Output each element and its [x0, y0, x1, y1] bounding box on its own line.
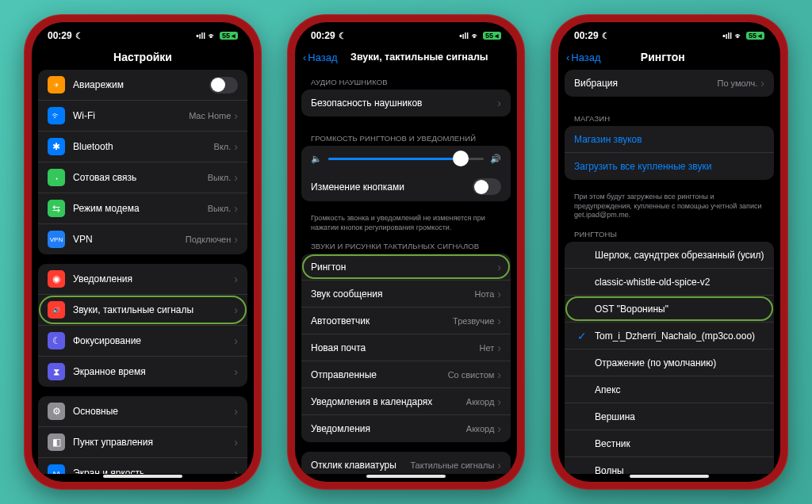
row-label: Звук сообщения — [311, 288, 474, 300]
status-time: 00:29 — [48, 30, 72, 41]
row-label: Рингтон — [311, 262, 497, 273]
settings-row[interactable]: ✈︎Авиарежим — [38, 70, 247, 101]
row-value: По умолч. — [717, 78, 757, 88]
chevron-right-icon: › — [234, 365, 238, 378]
row-value: Выкл. — [208, 173, 232, 182]
settings-row[interactable]: Рингтон› — [301, 254, 511, 281]
settings-row[interactable]: Изменение кнопками — [301, 172, 511, 201]
row-icon: ☾ — [48, 332, 65, 349]
row-value: Mac Home — [189, 111, 231, 120]
settings-row[interactable]: ⧗Экранное время› — [38, 357, 247, 387]
chevron-right-icon: › — [234, 405, 238, 418]
chevron-right-icon: › — [234, 202, 238, 215]
chevron-right-icon: › — [234, 467, 238, 474]
ringtone-row[interactable]: Шерлок, саундтрек обрезанный (усил) — [565, 242, 774, 269]
chevron-right-icon: › — [497, 288, 501, 300]
row-value: Вкл. — [214, 142, 232, 151]
row-icon: ⚙ — [48, 403, 65, 420]
ringtone-row[interactable]: Волны — [565, 457, 774, 474]
wifi-icon: ᯤ — [735, 32, 743, 40]
row-label: Звуки, тактильные сигналы — [73, 304, 234, 315]
row-label: Bluetooth — [73, 141, 214, 152]
wifi-icon: ᯤ — [472, 32, 480, 40]
row-label: Пункт управления — [73, 437, 234, 448]
link-label: Магазин звуков — [574, 134, 764, 145]
row-label: Экранное время — [73, 366, 234, 377]
toggle[interactable] — [209, 77, 238, 94]
volume-slider[interactable]: 🔈🔊 — [301, 146, 511, 172]
settings-row[interactable]: Уведомления в календаряхАккорд› — [301, 388, 511, 415]
row-label: Отправленные — [311, 369, 448, 380]
row-icon: ⇆ — [48, 200, 65, 217]
settings-row[interactable]: ВибрацияПо умолч.› — [565, 70, 774, 97]
page-title: Звуки, тактильные сигналы — [330, 52, 509, 63]
chevron-right-icon: › — [234, 109, 238, 122]
settings-row[interactable]: ◉Уведомления› — [38, 264, 247, 295]
row-label: Автоответчик — [311, 315, 453, 326]
row-value: Аккорд — [466, 424, 495, 433]
row-label: Сотовая связь — [73, 172, 208, 183]
row-value: Выкл. — [208, 204, 232, 213]
status-time: 00:29 — [311, 30, 335, 41]
row-value: Тактильные сигналы — [410, 460, 494, 470]
row-label: Уведомления — [311, 423, 466, 434]
settings-row[interactable]: ОтправленныеСо свистом› — [301, 361, 511, 388]
row-label: Безопасность наушников — [311, 97, 497, 109]
settings-row[interactable]: АвтоответчикТрезвучие› — [301, 307, 511, 334]
settings-row[interactable]: ☾Фокусирование› — [38, 326, 247, 357]
ringtone-row[interactable]: classic-whistle-old-spice-v2 — [565, 269, 774, 296]
toggle[interactable] — [473, 178, 501, 195]
row-icon: AA — [48, 464, 65, 474]
settings-row[interactable]: ᯤWi-FiMac Home› — [38, 101, 247, 132]
settings-row[interactable]: 🔊Звуки, тактильные сигналы› — [38, 295, 247, 326]
home-indicator[interactable] — [630, 475, 709, 478]
settings-row[interactable]: ⚙Основные› — [38, 396, 247, 427]
home-indicator[interactable] — [103, 475, 182, 478]
row-icon: VPN — [48, 231, 65, 248]
settings-row[interactable]: УведомленияАккорд› — [301, 415, 511, 442]
row-label: Вестник — [595, 438, 764, 449]
battery-icon: 55◂ — [220, 32, 238, 40]
settings-row[interactable]: AAЭкран и яркость› — [38, 458, 247, 474]
home-indicator[interactable] — [366, 475, 446, 478]
dnd-icon: ☾ — [339, 31, 347, 41]
settings-row[interactable]: ⬪Сотовая связьВыкл.› — [38, 162, 247, 193]
ringtone-row[interactable]: Вершина — [565, 403, 774, 430]
signal-icon: •ıll — [459, 32, 469, 40]
settings-row[interactable]: ⇆Режим модемаВыкл.› — [38, 193, 247, 224]
row-label: Волны — [595, 465, 764, 474]
settings-row[interactable]: Звук сообщенияНота› — [301, 281, 511, 307]
settings-row[interactable]: Отклик клавиатурыТактильные сигналы› — [301, 452, 511, 474]
ringtone-row[interactable]: Апекс — [565, 376, 774, 403]
chevron-right-icon: › — [760, 77, 764, 90]
settings-row[interactable]: ◧Пункт управления› — [38, 427, 247, 458]
chevron-right-icon: › — [497, 342, 501, 354]
store-link[interactable]: Загрузить все купленные звуки — [565, 153, 774, 180]
settings-row[interactable]: Новая почтаНет› — [301, 334, 511, 361]
settings-row[interactable]: VPNVPNПодключен› — [38, 224, 247, 254]
row-label: OST "Воронины" — [595, 304, 764, 315]
row-icon: ◧ — [48, 433, 65, 451]
ringtone-row[interactable]: OST "Воронины" — [565, 296, 774, 323]
row-icon: ✈︎ — [48, 76, 65, 94]
volume-low-icon: 🔈 — [311, 154, 322, 164]
chevron-right-icon: › — [497, 368, 501, 381]
ringtone-row[interactable]: Вестник — [565, 430, 774, 457]
row-label: Основные — [73, 406, 234, 417]
row-label: Экран и яркость — [73, 468, 234, 474]
link-label: Загрузить все купленные звуки — [574, 161, 764, 172]
row-value: Трезвучие — [453, 316, 494, 326]
signal-icon: •ıll — [196, 32, 205, 40]
chevron-right-icon: › — [497, 315, 501, 327]
battery-icon: 55◂ — [483, 32, 501, 40]
settings-row[interactable]: Безопасность наушников› — [301, 90, 511, 116]
settings-row[interactable]: ✱BluetoothВкл.› — [38, 132, 247, 162]
ringtone-row[interactable]: Отражение (по умолчанию) — [565, 349, 774, 376]
section-header: РИНГТОНЫ — [565, 222, 774, 242]
row-label: Новая почта — [311, 342, 480, 353]
row-label: Вибрация — [574, 78, 717, 89]
store-link[interactable]: Магазин звуков — [565, 126, 774, 153]
ringtone-row[interactable]: ✓Tom_i_Dzherri_Nachalo_(mp3co.ooo) — [565, 323, 774, 349]
phone-settings: 00:29☾ •ıllᯤ55◂ Настройки ✈︎АвиарежимᯤWi… — [24, 14, 262, 490]
section-header: МАГАЗИН — [565, 106, 774, 126]
